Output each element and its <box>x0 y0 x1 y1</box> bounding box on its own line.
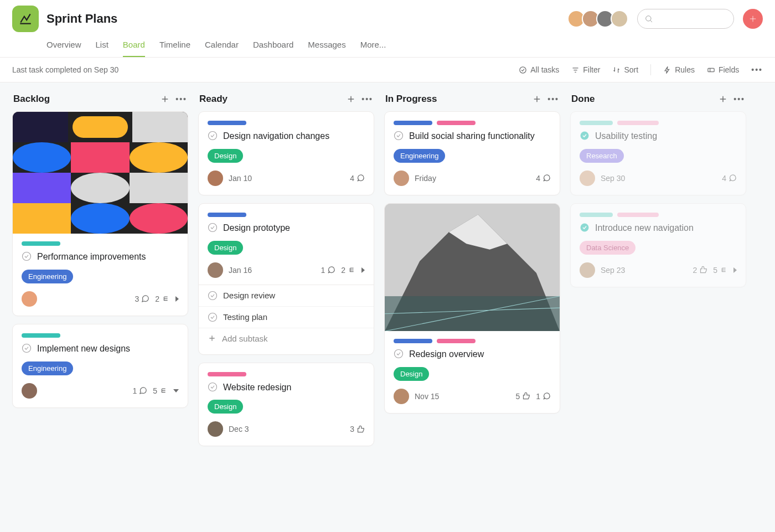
comment-count[interactable]: 1 <box>132 386 147 395</box>
task-card[interactable]: Redesign overview Design Nov 15 5 1 <box>384 203 560 414</box>
expand-icon[interactable] <box>733 267 737 273</box>
tab-overview[interactable]: Overview <box>46 35 81 57</box>
task-card[interactable]: Performance improvements Engineering 3 2 <box>12 111 188 316</box>
column-menu-icon[interactable]: ••• <box>361 95 373 104</box>
tab-list[interactable]: List <box>96 35 108 57</box>
due-date[interactable]: Sep 30 <box>601 174 625 183</box>
column-title[interactable]: In Progress <box>385 94 437 105</box>
subtask-count[interactable]: 2 <box>155 295 170 303</box>
all-tasks-filter[interactable]: All tasks <box>519 65 559 74</box>
project-pill <box>617 213 659 217</box>
tag-research[interactable]: Research <box>580 149 624 163</box>
subtask-count[interactable]: 2 <box>341 266 356 275</box>
assignee-avatar[interactable] <box>394 389 409 404</box>
column-menu-icon[interactable]: ••• <box>733 95 745 104</box>
tag-design[interactable]: Design <box>208 400 243 414</box>
add-task-button[interactable] <box>160 94 170 104</box>
tag-design[interactable]: Design <box>208 149 243 163</box>
column-menu-icon[interactable]: ••• <box>547 95 559 104</box>
project-pill <box>394 339 432 343</box>
global-add-button[interactable] <box>743 9 763 29</box>
comment-count[interactable]: 4 <box>536 174 551 183</box>
complete-checkbox[interactable] <box>394 131 404 141</box>
tab-dashboard[interactable]: Dashboard <box>253 35 293 57</box>
complete-checkbox[interactable] <box>208 291 218 301</box>
complete-checkbox[interactable] <box>208 223 218 233</box>
due-date[interactable]: Sep 23 <box>601 266 625 275</box>
comment-count[interactable]: 4 <box>350 174 365 183</box>
project-members[interactable] <box>571 10 628 28</box>
like-count[interactable]: 5 <box>515 392 530 401</box>
comment-count[interactable]: 1 <box>536 392 551 401</box>
add-task-button[interactable] <box>532 94 542 104</box>
task-card[interactable]: Design navigation changes Design Jan 10 … <box>198 111 374 195</box>
assignee-avatar[interactable] <box>580 171 595 186</box>
like-count[interactable]: 2 <box>693 266 707 275</box>
fields-button[interactable]: Fields <box>707 65 739 74</box>
sort-button[interactable]: Sort <box>612 65 638 74</box>
assignee-avatar[interactable] <box>22 383 37 399</box>
complete-checkbox[interactable] <box>22 343 32 353</box>
complete-checkbox[interactable] <box>208 131 218 141</box>
like-count[interactable]: 3 <box>350 425 365 433</box>
task-card[interactable]: Introduce new navigation Data Science Se… <box>570 203 746 287</box>
subtask-item[interactable]: Testing plan <box>199 307 374 328</box>
tab-calendar[interactable]: Calendar <box>205 35 239 57</box>
tag-engineering[interactable]: Engineering <box>22 361 73 375</box>
complete-checkbox[interactable] <box>580 223 590 233</box>
comment-count[interactable]: 1 <box>321 266 335 275</box>
due-date[interactable]: Jan 16 <box>229 266 252 275</box>
comment-count[interactable]: 3 <box>135 295 149 303</box>
expand-icon[interactable] <box>175 296 179 302</box>
task-card[interactable]: Build social sharing functionality Engin… <box>384 111 560 195</box>
task-card[interactable]: Usability testing Research Sep 30 4 <box>570 111 746 195</box>
rules-button[interactable]: Rules <box>663 65 695 74</box>
comment-count[interactable]: 4 <box>722 174 737 183</box>
assignee-avatar[interactable] <box>208 421 223 437</box>
tag-data-science[interactable]: Data Science <box>580 241 636 255</box>
filter-button[interactable]: Filter <box>571 65 600 74</box>
complete-checkbox[interactable] <box>208 312 218 322</box>
subtask-count[interactable]: 5 <box>153 386 168 395</box>
tab-timeline[interactable]: Timeline <box>159 35 190 57</box>
search-input[interactable] <box>637 9 734 29</box>
due-date[interactable]: Nov 15 <box>415 392 439 401</box>
due-date[interactable]: Jan 10 <box>229 174 252 183</box>
tab-more[interactable]: More... <box>360 35 386 57</box>
assignee-avatar[interactable] <box>580 262 595 278</box>
add-task-button[interactable] <box>346 94 356 104</box>
collapse-icon[interactable] <box>173 389 179 392</box>
task-card[interactable]: Design prototype Design Jan 16 1 2 Desig… <box>198 203 374 355</box>
assignee-avatar[interactable] <box>208 262 223 278</box>
column-title[interactable]: Backlog <box>13 94 50 105</box>
column-title[interactable]: Done <box>571 94 595 105</box>
complete-checkbox[interactable] <box>580 131 590 141</box>
task-card[interactable]: Implement new designs Engineering 1 5 <box>12 324 188 408</box>
assignee-avatar[interactable] <box>394 171 409 186</box>
assignee-avatar[interactable] <box>22 291 37 307</box>
tag-engineering[interactable]: Engineering <box>22 270 73 283</box>
subtask-item[interactable]: Design review <box>199 285 374 307</box>
subtask-icon <box>162 295 170 303</box>
tag-design[interactable]: Design <box>208 241 243 255</box>
project-title: Sprint Plans <box>46 12 117 26</box>
assignee-avatar[interactable] <box>208 171 223 186</box>
tab-messages[interactable]: Messages <box>308 35 345 57</box>
column-menu-icon[interactable]: ••• <box>175 95 187 104</box>
expand-icon[interactable] <box>361 267 365 273</box>
add-subtask-button[interactable]: Add subtask <box>199 328 374 349</box>
due-date[interactable]: Friday <box>415 174 436 183</box>
complete-checkbox[interactable] <box>22 251 32 261</box>
task-card[interactable]: Website redesign Design Dec 3 3 <box>198 363 374 447</box>
tab-board[interactable]: Board <box>123 35 145 57</box>
subtask-count[interactable]: 5 <box>713 266 728 275</box>
complete-checkbox[interactable] <box>208 382 218 392</box>
tag-engineering[interactable]: Engineering <box>394 149 445 163</box>
toolbar-more-icon[interactable]: ••• <box>751 65 763 74</box>
tag-design[interactable]: Design <box>394 367 429 381</box>
project-icon[interactable] <box>12 6 39 32</box>
add-task-button[interactable] <box>718 94 728 104</box>
complete-checkbox[interactable] <box>394 349 404 359</box>
due-date[interactable]: Dec 3 <box>229 425 249 433</box>
column-title[interactable]: Ready <box>199 94 228 105</box>
